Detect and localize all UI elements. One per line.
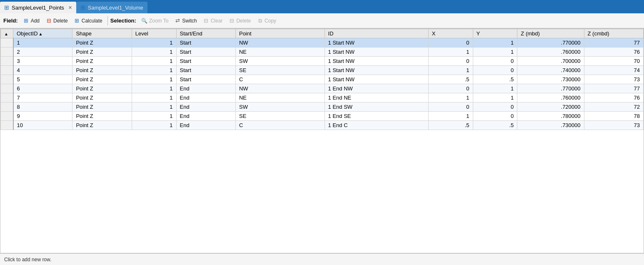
switch-button[interactable]: Switch [172,17,199,25]
table-cell[interactable]: 2 [13,48,72,57]
zoomto-button[interactable]: Zoom To [139,17,171,25]
table-cell[interactable]: Point Z [72,57,132,66]
table-cell[interactable]: 1 [132,102,176,112]
delete-button[interactable]: Delete [43,17,70,25]
table-cell[interactable]: 1 Start NW [324,57,428,66]
table-cell[interactable]: 1 [132,93,176,102]
table-cell[interactable]: .780000 [517,112,584,121]
table-row[interactable]: 4Point Z1StartSE1 Start NW10.74000074 [1,66,644,75]
table-cell[interactable]: 78 [584,112,643,121]
table-cell[interactable]: 1 [132,112,176,121]
table-cell[interactable]: 9 [13,112,72,121]
col-header-y[interactable]: Y [473,29,517,38]
table-cell[interactable]: 1 End SE [324,112,428,121]
table-cell[interactable]: 0 [428,38,473,48]
table-cell[interactable]: 1 Start NW [324,38,428,48]
table-cell[interactable]: NE [235,93,324,102]
table-cell[interactable]: Point Z [72,112,132,121]
table-row[interactable]: 8Point Z1EndSW1 End SW00.72000072 [1,102,644,112]
table-cell[interactable]: Point Z [72,102,132,112]
table-cell[interactable]: NE [235,48,324,57]
col-header-x[interactable]: X [428,29,473,38]
table-cell[interactable]: Start [176,57,235,66]
table-cell[interactable]: .770000 [517,38,584,48]
tab-samplelevel1-points[interactable]: SampleLevel1_Points ✕ [0,2,76,13]
table-cell[interactable]: SW [235,57,324,66]
table-row[interactable]: 3Point Z1StartSW1 Start NW00.70000070 [1,57,644,66]
table-cell[interactable]: SW [235,102,324,112]
table-cell[interactable]: Point Z [72,38,132,48]
table-cell[interactable]: SE [235,112,324,121]
col-header-startend[interactable]: Start/End [176,29,235,38]
table-cell[interactable]: 1 Start NW [324,66,428,75]
table-cell[interactable]: 77 [584,38,643,48]
table-cell[interactable]: End [176,102,235,112]
table-cell[interactable]: 0 [473,112,517,121]
col-header-point[interactable]: Point [235,29,324,38]
table-row[interactable]: 10Point Z1EndC1 End C.5.5.73000073 [1,121,644,130]
table-cell[interactable]: 70 [584,57,643,66]
col-header-shape[interactable]: Shape [72,29,132,38]
col-header-id[interactable]: ID [324,29,428,38]
table-cell[interactable]: 1 Start NW [324,75,428,84]
table-row[interactable]: 7Point Z1EndNE1 End NE11.76000076 [1,93,644,102]
sel-delete-button[interactable]: Delete [226,17,253,25]
table-cell[interactable]: .770000 [517,84,584,93]
table-cell[interactable]: 1 [428,112,473,121]
table-cell[interactable]: .5 [428,75,473,84]
table-cell[interactable]: 1 [428,93,473,102]
table-cell[interactable]: 73 [584,121,643,130]
table-cell[interactable]: 6 [13,84,72,93]
table-cell[interactable]: 1 [132,57,176,66]
table-cell[interactable]: NW [235,38,324,48]
table-cell[interactable]: End [176,121,235,130]
table-cell[interactable]: 76 [584,93,643,102]
table-row[interactable]: 9Point Z1EndSE1 End SE10.78000078 [1,112,644,121]
table-cell[interactable]: 0 [473,57,517,66]
table-cell[interactable]: 1 [132,84,176,93]
table-cell[interactable]: .5 [428,121,473,130]
tab-samplelevel1-volume[interactable]: SampleLevel1_Volume [76,2,147,13]
tab-close-button[interactable]: ✕ [68,5,72,10]
table-cell[interactable]: 73 [584,75,643,84]
calculate-button[interactable]: Calculate [71,17,105,25]
table-cell[interactable]: .5 [473,75,517,84]
table-cell[interactable]: 1 [132,75,176,84]
table-cell[interactable]: .730000 [517,121,584,130]
table-cell[interactable]: Point Z [72,121,132,130]
table-cell[interactable]: 1 Start NW [324,48,428,57]
table-cell[interactable]: 1 End NE [324,93,428,102]
table-cell[interactable]: 76 [584,48,643,57]
table-cell[interactable]: End [176,84,235,93]
table-cell[interactable]: 1 [132,48,176,57]
table-cell[interactable]: 1 [473,84,517,93]
table-cell[interactable]: 1 End NW [324,84,428,93]
table-cell[interactable]: Start [176,75,235,84]
table-cell[interactable]: 1 [132,38,176,48]
table-cell[interactable]: 0 [428,102,473,112]
copy-button[interactable]: Copy [254,17,279,25]
table-cell[interactable]: 0 [473,102,517,112]
table-cell[interactable]: NW [235,84,324,93]
table-cell[interactable]: 1 [132,121,176,130]
table-cell[interactable]: .740000 [517,66,584,75]
table-cell[interactable]: Point Z [72,84,132,93]
table-cell[interactable]: C [235,75,324,84]
table-cell[interactable]: 1 [473,38,517,48]
table-cell[interactable]: .760000 [517,93,584,102]
table-cell[interactable]: 1 [132,66,176,75]
table-cell[interactable]: 1 End C [324,121,428,130]
table-row[interactable]: 5Point Z1StartC1 Start NW.5.5.73000073 [1,75,644,84]
table-cell[interactable]: 8 [13,102,72,112]
table-cell[interactable]: SE [235,66,324,75]
table-cell[interactable]: Point Z [72,48,132,57]
table-cell[interactable]: Start [176,66,235,75]
table-cell[interactable]: .730000 [517,75,584,84]
col-header-level[interactable]: Level [132,29,176,38]
table-cell[interactable]: Point Z [72,75,132,84]
table-cell[interactable]: 3 [13,57,72,66]
table-cell[interactable]: 4 [13,66,72,75]
table-cell[interactable]: 1 [473,48,517,57]
table-cell[interactable]: Start [176,38,235,48]
table-cell[interactable]: 74 [584,66,643,75]
